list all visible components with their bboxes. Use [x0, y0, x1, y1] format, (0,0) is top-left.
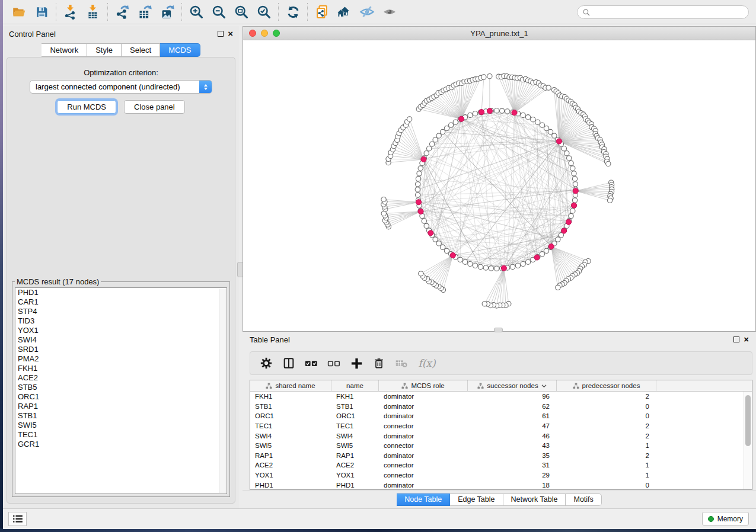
zoom-fit-button[interactable] [230, 2, 253, 21]
mcds-result-item[interactable]: STB5 [15, 383, 227, 392]
cell-mcds-role[interactable]: connector [379, 472, 468, 479]
cell-successor-nodes[interactable]: 46 [468, 432, 557, 440]
home-layout-button[interactable] [333, 2, 356, 21]
cell-shared-name[interactable]: PHD1 [250, 482, 331, 489]
search-field[interactable] [577, 5, 749, 19]
cell-name[interactable]: RAP1 [331, 452, 379, 459]
add-column-button[interactable] [346, 354, 366, 372]
control-panel-tab[interactable]: MCDS [160, 43, 200, 57]
show-columns-button[interactable] [279, 354, 299, 372]
cell-name[interactable]: ORC1 [331, 412, 379, 419]
clone-network-button[interactable] [311, 2, 333, 21]
cell-mcds-role[interactable]: dominator [379, 482, 468, 489]
select-all-button[interactable] [301, 354, 321, 372]
open-session-button[interactable] [8, 2, 30, 21]
cell-shared-name[interactable]: ORC1 [250, 412, 331, 419]
mcds-result-item[interactable]: ACE2 [15, 373, 227, 383]
table-row[interactable]: RAP1 RAP1 dominator 35 2 [250, 451, 744, 461]
table-row[interactable]: TEC1 TEC1 connector 47 2 [250, 421, 744, 431]
cell-shared-name[interactable]: ACE2 [250, 462, 331, 469]
cell-name[interactable]: SWI4 [331, 432, 379, 440]
cell-predecessor-nodes[interactable]: 2 [557, 452, 656, 459]
cell-shared-name[interactable]: SWI4 [250, 432, 331, 440]
cell-name[interactable]: FKH1 [331, 393, 379, 400]
control-panel-tab[interactable]: Style [87, 43, 122, 57]
cell-shared-name[interactable]: TEC1 [250, 422, 331, 430]
cell-successor-nodes[interactable]: 35 [468, 452, 557, 459]
export-table-button[interactable] [133, 2, 156, 21]
task-history-button[interactable] [8, 512, 27, 526]
memory-button[interactable]: Memory [702, 512, 749, 525]
refresh-view-button[interactable] [282, 2, 304, 21]
deselect-all-button[interactable] [324, 354, 344, 372]
cell-name[interactable]: ACE2 [331, 462, 379, 469]
control-panel-tab[interactable]: Select [122, 43, 160, 57]
cell-predecessor-nodes[interactable]: 2 [557, 422, 656, 430]
cell-predecessor-nodes[interactable]: 1 [557, 462, 656, 469]
mcds-result-item[interactable]: SRD1 [15, 345, 227, 354]
column-header-predecessor-nodes[interactable]: predecessor nodes [557, 380, 656, 391]
table-row[interactable]: ACE2 ACE2 connector 31 1 [250, 460, 744, 470]
run-mcds-button[interactable]: Run MCDS [57, 100, 116, 114]
mcds-result-item[interactable]: STB1 [15, 411, 227, 421]
cell-successor-nodes[interactable]: 47 [468, 422, 557, 430]
cell-predecessor-nodes[interactable]: 2 [557, 432, 656, 440]
import-table-button[interactable] [82, 2, 104, 21]
cell-mcds-role[interactable]: dominator [379, 452, 468, 459]
mcds-result-item[interactable]: CAR1 [15, 297, 227, 307]
cell-shared-name[interactable]: STB1 [250, 403, 331, 410]
horizontal-splitter-grip[interactable] [494, 328, 503, 332]
cell-successor-nodes[interactable]: 18 [468, 482, 557, 489]
cell-name[interactable]: TEC1 [331, 422, 379, 430]
cell-successor-nodes[interactable]: 61 [468, 412, 557, 419]
close-panel-icon[interactable]: × [228, 31, 233, 37]
cell-predecessor-nodes[interactable]: 1 [557, 472, 656, 479]
cell-name[interactable]: STB1 [331, 403, 379, 410]
table-row[interactable]: ORC1 ORC1 dominator 61 0 [250, 411, 744, 421]
table-tab[interactable]: Network Table [503, 493, 566, 506]
save-session-button[interactable] [30, 2, 53, 21]
cell-predecessor-nodes[interactable]: 0 [557, 403, 656, 410]
result-list-scrollbar[interactable] [219, 289, 226, 493]
cell-predecessor-nodes[interactable]: 2 [557, 393, 656, 400]
table-tab[interactable]: Edge Table [450, 493, 503, 506]
mcds-result-item[interactable]: GCR1 [15, 440, 227, 449]
close-panel-button[interactable]: Close panel [124, 100, 185, 114]
table-scrollbar-thumb[interactable] [745, 395, 751, 446]
search-input[interactable] [594, 8, 744, 17]
cell-predecessor-nodes[interactable]: 0 [557, 412, 656, 419]
mcds-result-item[interactable]: YOX1 [15, 326, 227, 335]
table-row[interactable]: FKH1 FKH1 dominator 96 2 [250, 392, 744, 402]
column-header-shared-name[interactable]: shared name [250, 380, 331, 391]
mcds-result-item[interactable]: PHD1 [15, 288, 227, 297]
show-all-button[interactable] [378, 2, 401, 21]
cell-successor-nodes[interactable]: 62 [468, 403, 557, 410]
mcds-result-item[interactable]: RAP1 [15, 402, 227, 411]
table-row[interactable]: STB1 STB1 dominator 62 0 [250, 402, 744, 412]
table-row[interactable]: YOX1 YOX1 connector 29 1 [250, 470, 744, 480]
cell-mcds-role[interactable]: dominator [379, 432, 468, 440]
cell-successor-nodes[interactable]: 43 [468, 442, 557, 449]
zoom-selected-button[interactable] [253, 2, 275, 21]
network-graph[interactable] [243, 40, 755, 331]
mcds-result-item[interactable]: ORC1 [15, 392, 227, 402]
cell-predecessor-nodes[interactable]: 0 [557, 482, 656, 489]
cell-successor-nodes[interactable]: 31 [468, 462, 557, 469]
mcds-result-item[interactable]: TEC1 [15, 430, 227, 440]
export-network-button[interactable] [111, 2, 133, 21]
column-header-mcds-role[interactable]: MCDS role [379, 380, 468, 391]
cell-predecessor-nodes[interactable]: 1 [557, 442, 656, 449]
mcds-result-item[interactable]: SWI4 [15, 335, 227, 345]
table-scrollbar[interactable] [744, 392, 752, 489]
column-header-successor-nodes[interactable]: successor nodes [468, 380, 557, 391]
table-row[interactable]: SWI4 SWI4 dominator 46 2 [250, 431, 744, 441]
cell-mcds-role[interactable]: dominator [379, 393, 468, 400]
cell-name[interactable]: PHD1 [331, 482, 379, 489]
network-titlebar[interactable]: YPA_prune.txt_1 [243, 27, 755, 40]
table-row[interactable]: PHD1 PHD1 dominator 18 0 [250, 480, 744, 489]
table-tab[interactable]: Node Table [397, 493, 450, 506]
zoom-out-button[interactable] [208, 2, 230, 21]
mcds-result-item[interactable]: FKH1 [15, 364, 227, 373]
float-panel-icon[interactable] [218, 31, 224, 37]
criterion-select[interactable]: largest connected component (undirected) [30, 80, 212, 94]
